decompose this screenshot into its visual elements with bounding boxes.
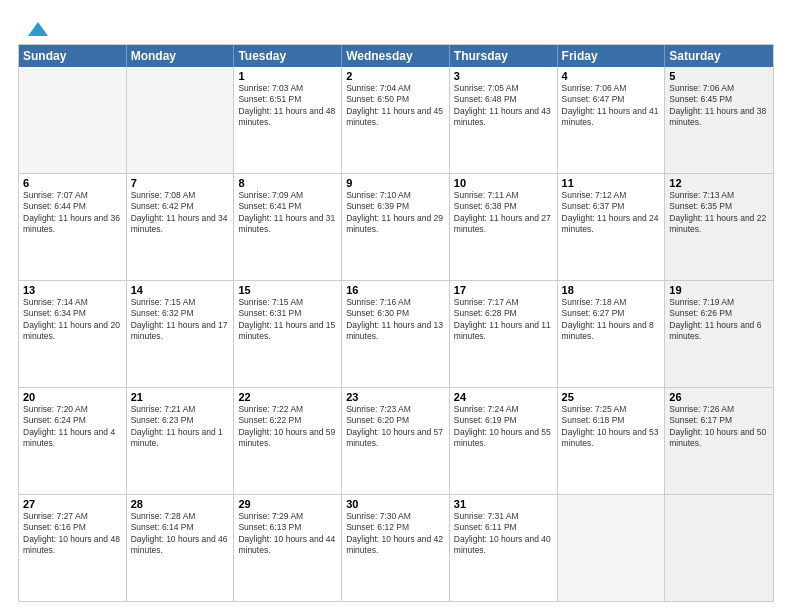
- cell-info: Sunrise: 7:23 AM Sunset: 6:20 PM Dayligh…: [346, 404, 445, 450]
- calendar-cell: 26Sunrise: 7:26 AM Sunset: 6:17 PM Dayli…: [665, 388, 773, 494]
- cal-header-day: Saturday: [665, 45, 773, 67]
- header: [18, 18, 774, 36]
- day-number: 26: [669, 391, 769, 403]
- cell-info: Sunrise: 7:07 AM Sunset: 6:44 PM Dayligh…: [23, 190, 122, 236]
- cell-info: Sunrise: 7:13 AM Sunset: 6:35 PM Dayligh…: [669, 190, 769, 236]
- calendar-cell: 15Sunrise: 7:15 AM Sunset: 6:31 PM Dayli…: [234, 281, 342, 387]
- calendar-cell: [127, 67, 235, 173]
- cal-header-day: Thursday: [450, 45, 558, 67]
- calendar-body: 1Sunrise: 7:03 AM Sunset: 6:51 PM Daylig…: [19, 67, 773, 601]
- cell-info: Sunrise: 7:31 AM Sunset: 6:11 PM Dayligh…: [454, 511, 553, 557]
- day-number: 7: [131, 177, 230, 189]
- calendar-cell: 18Sunrise: 7:18 AM Sunset: 6:27 PM Dayli…: [558, 281, 666, 387]
- calendar-cell: [665, 495, 773, 601]
- logo: [18, 18, 48, 36]
- page: SundayMondayTuesdayWednesdayThursdayFrid…: [0, 0, 792, 612]
- day-number: 24: [454, 391, 553, 403]
- calendar-cell: 17Sunrise: 7:17 AM Sunset: 6:28 PM Dayli…: [450, 281, 558, 387]
- calendar-cell: 9Sunrise: 7:10 AM Sunset: 6:39 PM Daylig…: [342, 174, 450, 280]
- cell-info: Sunrise: 7:26 AM Sunset: 6:17 PM Dayligh…: [669, 404, 769, 450]
- calendar-cell: 29Sunrise: 7:29 AM Sunset: 6:13 PM Dayli…: [234, 495, 342, 601]
- cell-info: Sunrise: 7:22 AM Sunset: 6:22 PM Dayligh…: [238, 404, 337, 450]
- cell-info: Sunrise: 7:09 AM Sunset: 6:41 PM Dayligh…: [238, 190, 337, 236]
- cell-info: Sunrise: 7:30 AM Sunset: 6:12 PM Dayligh…: [346, 511, 445, 557]
- calendar-cell: 14Sunrise: 7:15 AM Sunset: 6:32 PM Dayli…: [127, 281, 235, 387]
- cell-info: Sunrise: 7:21 AM Sunset: 6:23 PM Dayligh…: [131, 404, 230, 450]
- day-number: 21: [131, 391, 230, 403]
- svg-marker-0: [28, 22, 48, 36]
- cell-info: Sunrise: 7:20 AM Sunset: 6:24 PM Dayligh…: [23, 404, 122, 450]
- cell-info: Sunrise: 7:10 AM Sunset: 6:39 PM Dayligh…: [346, 190, 445, 236]
- calendar-cell: 6Sunrise: 7:07 AM Sunset: 6:44 PM Daylig…: [19, 174, 127, 280]
- cell-info: Sunrise: 7:06 AM Sunset: 6:47 PM Dayligh…: [562, 83, 661, 129]
- cell-info: Sunrise: 7:11 AM Sunset: 6:38 PM Dayligh…: [454, 190, 553, 236]
- cell-info: Sunrise: 7:17 AM Sunset: 6:28 PM Dayligh…: [454, 297, 553, 343]
- calendar-cell: 20Sunrise: 7:20 AM Sunset: 6:24 PM Dayli…: [19, 388, 127, 494]
- day-number: 3: [454, 70, 553, 82]
- calendar-cell: 10Sunrise: 7:11 AM Sunset: 6:38 PM Dayli…: [450, 174, 558, 280]
- calendar-cell: 27Sunrise: 7:27 AM Sunset: 6:16 PM Dayli…: [19, 495, 127, 601]
- calendar-cell: 28Sunrise: 7:28 AM Sunset: 6:14 PM Dayli…: [127, 495, 235, 601]
- day-number: 6: [23, 177, 122, 189]
- cell-info: Sunrise: 7:25 AM Sunset: 6:18 PM Dayligh…: [562, 404, 661, 450]
- calendar-cell: 25Sunrise: 7:25 AM Sunset: 6:18 PM Dayli…: [558, 388, 666, 494]
- cal-header-day: Monday: [127, 45, 235, 67]
- calendar-cell: 8Sunrise: 7:09 AM Sunset: 6:41 PM Daylig…: [234, 174, 342, 280]
- day-number: 9: [346, 177, 445, 189]
- cell-info: Sunrise: 7:08 AM Sunset: 6:42 PM Dayligh…: [131, 190, 230, 236]
- cell-info: Sunrise: 7:04 AM Sunset: 6:50 PM Dayligh…: [346, 83, 445, 129]
- calendar-cell: 4Sunrise: 7:06 AM Sunset: 6:47 PM Daylig…: [558, 67, 666, 173]
- day-number: 27: [23, 498, 122, 510]
- cal-header-day: Tuesday: [234, 45, 342, 67]
- day-number: 14: [131, 284, 230, 296]
- calendar: SundayMondayTuesdayWednesdayThursdayFrid…: [18, 44, 774, 602]
- day-number: 25: [562, 391, 661, 403]
- calendar-row: 1Sunrise: 7:03 AM Sunset: 6:51 PM Daylig…: [19, 67, 773, 173]
- cell-info: Sunrise: 7:15 AM Sunset: 6:32 PM Dayligh…: [131, 297, 230, 343]
- calendar-cell: 3Sunrise: 7:05 AM Sunset: 6:48 PM Daylig…: [450, 67, 558, 173]
- calendar-cell: 12Sunrise: 7:13 AM Sunset: 6:35 PM Dayli…: [665, 174, 773, 280]
- day-number: 28: [131, 498, 230, 510]
- calendar-cell: 19Sunrise: 7:19 AM Sunset: 6:26 PM Dayli…: [665, 281, 773, 387]
- calendar-cell: 16Sunrise: 7:16 AM Sunset: 6:30 PM Dayli…: [342, 281, 450, 387]
- cell-info: Sunrise: 7:27 AM Sunset: 6:16 PM Dayligh…: [23, 511, 122, 557]
- calendar-header: SundayMondayTuesdayWednesdayThursdayFrid…: [19, 45, 773, 67]
- calendar-cell: 1Sunrise: 7:03 AM Sunset: 6:51 PM Daylig…: [234, 67, 342, 173]
- day-number: 19: [669, 284, 769, 296]
- day-number: 8: [238, 177, 337, 189]
- day-number: 22: [238, 391, 337, 403]
- day-number: 17: [454, 284, 553, 296]
- cal-header-day: Friday: [558, 45, 666, 67]
- cell-info: Sunrise: 7:19 AM Sunset: 6:26 PM Dayligh…: [669, 297, 769, 343]
- calendar-cell: [558, 495, 666, 601]
- calendar-cell: 24Sunrise: 7:24 AM Sunset: 6:19 PM Dayli…: [450, 388, 558, 494]
- cell-info: Sunrise: 7:05 AM Sunset: 6:48 PM Dayligh…: [454, 83, 553, 129]
- day-number: 4: [562, 70, 661, 82]
- cell-info: Sunrise: 7:18 AM Sunset: 6:27 PM Dayligh…: [562, 297, 661, 343]
- day-number: 18: [562, 284, 661, 296]
- calendar-cell: 13Sunrise: 7:14 AM Sunset: 6:34 PM Dayli…: [19, 281, 127, 387]
- day-number: 12: [669, 177, 769, 189]
- cell-info: Sunrise: 7:03 AM Sunset: 6:51 PM Dayligh…: [238, 83, 337, 129]
- cell-info: Sunrise: 7:29 AM Sunset: 6:13 PM Dayligh…: [238, 511, 337, 557]
- day-number: 10: [454, 177, 553, 189]
- day-number: 31: [454, 498, 553, 510]
- cell-info: Sunrise: 7:16 AM Sunset: 6:30 PM Dayligh…: [346, 297, 445, 343]
- calendar-row: 27Sunrise: 7:27 AM Sunset: 6:16 PM Dayli…: [19, 494, 773, 601]
- day-number: 2: [346, 70, 445, 82]
- logo-icon: [18, 18, 48, 40]
- calendar-cell: 2Sunrise: 7:04 AM Sunset: 6:50 PM Daylig…: [342, 67, 450, 173]
- calendar-cell: [19, 67, 127, 173]
- calendar-row: 13Sunrise: 7:14 AM Sunset: 6:34 PM Dayli…: [19, 280, 773, 387]
- day-number: 11: [562, 177, 661, 189]
- calendar-cell: 11Sunrise: 7:12 AM Sunset: 6:37 PM Dayli…: [558, 174, 666, 280]
- cell-info: Sunrise: 7:12 AM Sunset: 6:37 PM Dayligh…: [562, 190, 661, 236]
- calendar-row: 6Sunrise: 7:07 AM Sunset: 6:44 PM Daylig…: [19, 173, 773, 280]
- cell-info: Sunrise: 7:15 AM Sunset: 6:31 PM Dayligh…: [238, 297, 337, 343]
- day-number: 5: [669, 70, 769, 82]
- calendar-cell: 22Sunrise: 7:22 AM Sunset: 6:22 PM Dayli…: [234, 388, 342, 494]
- cell-info: Sunrise: 7:06 AM Sunset: 6:45 PM Dayligh…: [669, 83, 769, 129]
- day-number: 16: [346, 284, 445, 296]
- calendar-cell: 21Sunrise: 7:21 AM Sunset: 6:23 PM Dayli…: [127, 388, 235, 494]
- calendar-cell: 5Sunrise: 7:06 AM Sunset: 6:45 PM Daylig…: [665, 67, 773, 173]
